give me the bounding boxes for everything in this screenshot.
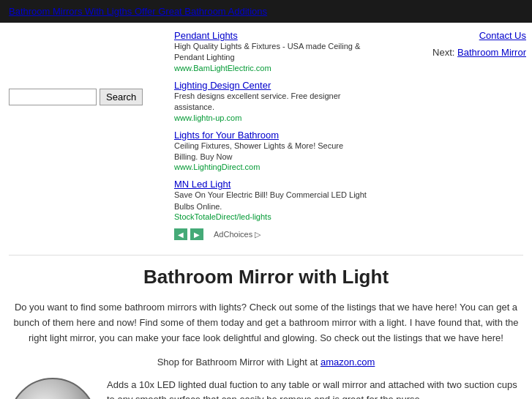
ad-url-4: StockTotaleDirect/led-lights	[174, 212, 367, 221]
ad-item-4: MN Led Light Save On Your Electric Bill!…	[174, 179, 367, 221]
ad-title-3[interactable]: Lights for Your Bathroom	[174, 130, 367, 141]
contact-us-link[interactable]: Contact Us	[479, 30, 526, 41]
ad-item-1: Pendant Lights High Quality Lights & Fix…	[174, 30, 367, 72]
ad-title-1[interactable]: Pendant Lights	[174, 30, 367, 41]
main-layout: Search Pendant Lights High Quality Light…	[0, 23, 532, 247]
header: Bathroom Mirrors With Ligths Offer Great…	[0, 0, 532, 23]
intro-text: Do you want to find some bathroom mirror…	[9, 300, 523, 346]
contact-us-section: Contact Us	[379, 30, 526, 41]
product-desc: Adds a 10x LED lighted dual fuction to a…	[107, 378, 523, 399]
ad-title-4[interactable]: MN Led Light	[174, 179, 367, 190]
ad-desc-4: Save On Your Electric Bill! Buy Commerci…	[174, 190, 367, 212]
ad-item-3: Lights for Your Bathroom Ceiling Fixture…	[174, 130, 367, 172]
ad-item-2: Lighting Design Center Fresh designs exc…	[174, 80, 367, 122]
ad-desc-3: Ceiling Fixtures, Shower Lights & More! …	[174, 141, 367, 163]
ad-desc-1: High Quality Lights & Fixtures - USA mad…	[174, 41, 367, 64]
ad-url-3: www.LightingDirect.com	[174, 163, 367, 171]
next-label: Next:	[432, 47, 454, 58]
amazon-link[interactable]: amazon.com	[321, 357, 375, 368]
ad-url-1: www.BamLightElectric.com	[174, 64, 367, 72]
next-bathroom-mirror-link[interactable]: Bathroom Mirror	[457, 47, 526, 58]
ad-url-2: www.lightn-up.com	[174, 113, 367, 122]
sidebar: Search	[0, 23, 168, 247]
amazon-line: Shop for Bathroom Mirror with Light at a…	[9, 357, 523, 368]
ad-nav: ◀ ▶ AdChoices ▷	[174, 228, 367, 240]
search-form: Search	[9, 89, 160, 105]
ad-nav-prev[interactable]: ◀	[174, 228, 187, 240]
ad-title-2[interactable]: Lighting Design Center	[174, 80, 367, 91]
ad-choices-label: AdChoices ▷	[214, 230, 261, 239]
header-title-link[interactable]: Bathroom Mirrors With Ligths Offer Great…	[9, 6, 267, 17]
ad-desc-2: Fresh designs excellent service. Free de…	[174, 91, 367, 113]
page-heading: Bathroom Mirror with Light	[9, 255, 523, 288]
next-link-section: Next: Bathroom Mirror	[379, 47, 526, 58]
content-area: Bathroom Mirror with Light Do you want t…	[0, 255, 532, 399]
search-button[interactable]: Search	[100, 89, 143, 105]
search-input[interactable]	[9, 89, 97, 105]
right-column: Contact Us Next: Bathroom Mirror	[373, 23, 532, 247]
mirror-image	[9, 378, 97, 399]
ads-column: Pendant Lights High Quality Lights & Fix…	[168, 23, 373, 247]
amazon-line-text: Shop for Bathroom Mirror with Light at	[157, 357, 318, 368]
product-section: Adds a 10x LED lighted dual fuction to a…	[9, 378, 523, 399]
ad-nav-next[interactable]: ▶	[190, 228, 203, 240]
